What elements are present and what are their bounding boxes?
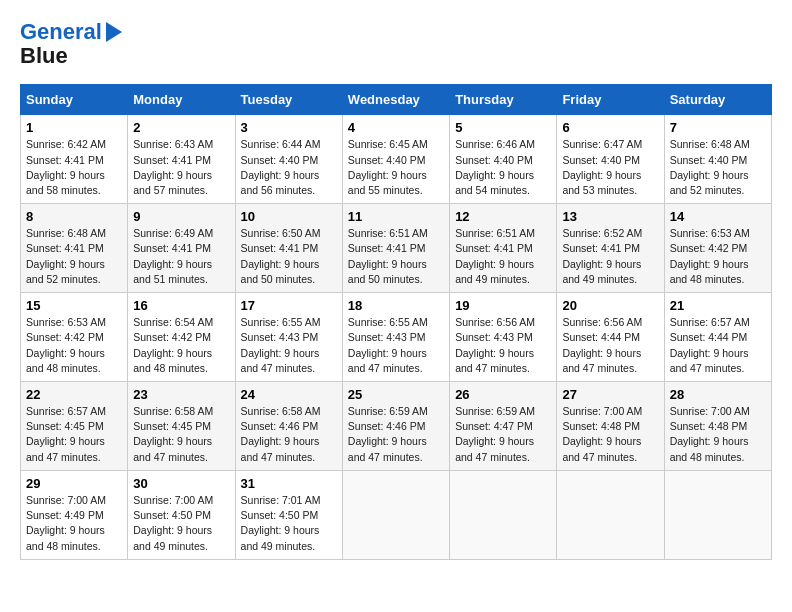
day-info: Sunrise: 6:57 AMSunset: 4:44 PMDaylight:…	[670, 316, 750, 374]
day-info: Sunrise: 6:56 AMSunset: 4:44 PMDaylight:…	[562, 316, 642, 374]
calendar-cell	[557, 470, 664, 559]
day-info: Sunrise: 6:53 AMSunset: 4:42 PMDaylight:…	[670, 227, 750, 285]
calendar-week-2: 8 Sunrise: 6:48 AMSunset: 4:41 PMDayligh…	[21, 204, 772, 293]
calendar-cell: 17 Sunrise: 6:55 AMSunset: 4:43 PMDaylig…	[235, 293, 342, 382]
calendar-cell: 31 Sunrise: 7:01 AMSunset: 4:50 PMDaylig…	[235, 470, 342, 559]
weekday-header-wednesday: Wednesday	[342, 85, 449, 115]
calendar-week-3: 15 Sunrise: 6:53 AMSunset: 4:42 PMDaylig…	[21, 293, 772, 382]
day-info: Sunrise: 6:54 AMSunset: 4:42 PMDaylight:…	[133, 316, 213, 374]
day-info: Sunrise: 6:49 AMSunset: 4:41 PMDaylight:…	[133, 227, 213, 285]
calendar-cell: 13 Sunrise: 6:52 AMSunset: 4:41 PMDaylig…	[557, 204, 664, 293]
day-info: Sunrise: 7:00 AMSunset: 4:50 PMDaylight:…	[133, 494, 213, 552]
day-number: 25	[348, 387, 444, 402]
day-number: 2	[133, 120, 229, 135]
day-number: 31	[241, 476, 337, 491]
calendar-cell: 7 Sunrise: 6:48 AMSunset: 4:40 PMDayligh…	[664, 115, 771, 204]
logo-subtext: Blue	[20, 44, 68, 68]
day-info: Sunrise: 6:57 AMSunset: 4:45 PMDaylight:…	[26, 405, 106, 463]
day-info: Sunrise: 6:43 AMSunset: 4:41 PMDaylight:…	[133, 138, 213, 196]
calendar-cell: 16 Sunrise: 6:54 AMSunset: 4:42 PMDaylig…	[128, 293, 235, 382]
day-info: Sunrise: 6:58 AMSunset: 4:46 PMDaylight:…	[241, 405, 321, 463]
calendar-cell: 21 Sunrise: 6:57 AMSunset: 4:44 PMDaylig…	[664, 293, 771, 382]
day-number: 17	[241, 298, 337, 313]
logo: General Blue	[20, 20, 122, 68]
day-info: Sunrise: 6:59 AMSunset: 4:47 PMDaylight:…	[455, 405, 535, 463]
calendar-week-4: 22 Sunrise: 6:57 AMSunset: 4:45 PMDaylig…	[21, 382, 772, 471]
day-info: Sunrise: 6:56 AMSunset: 4:43 PMDaylight:…	[455, 316, 535, 374]
day-number: 15	[26, 298, 122, 313]
day-number: 1	[26, 120, 122, 135]
day-info: Sunrise: 6:45 AMSunset: 4:40 PMDaylight:…	[348, 138, 428, 196]
calendar-week-5: 29 Sunrise: 7:00 AMSunset: 4:49 PMDaylig…	[21, 470, 772, 559]
calendar-cell: 25 Sunrise: 6:59 AMSunset: 4:46 PMDaylig…	[342, 382, 449, 471]
day-number: 30	[133, 476, 229, 491]
calendar-cell: 10 Sunrise: 6:50 AMSunset: 4:41 PMDaylig…	[235, 204, 342, 293]
calendar-cell: 20 Sunrise: 6:56 AMSunset: 4:44 PMDaylig…	[557, 293, 664, 382]
day-number: 27	[562, 387, 658, 402]
logo-text: General	[20, 20, 102, 44]
day-info: Sunrise: 7:00 AMSunset: 4:48 PMDaylight:…	[562, 405, 642, 463]
calendar-cell	[342, 470, 449, 559]
day-number: 13	[562, 209, 658, 224]
day-info: Sunrise: 6:48 AMSunset: 4:40 PMDaylight:…	[670, 138, 750, 196]
day-number: 26	[455, 387, 551, 402]
day-info: Sunrise: 6:58 AMSunset: 4:45 PMDaylight:…	[133, 405, 213, 463]
day-info: Sunrise: 6:51 AMSunset: 4:41 PMDaylight:…	[348, 227, 428, 285]
day-info: Sunrise: 6:46 AMSunset: 4:40 PMDaylight:…	[455, 138, 535, 196]
calendar-cell	[450, 470, 557, 559]
calendar-cell: 30 Sunrise: 7:00 AMSunset: 4:50 PMDaylig…	[128, 470, 235, 559]
weekday-header-saturday: Saturday	[664, 85, 771, 115]
day-info: Sunrise: 6:55 AMSunset: 4:43 PMDaylight:…	[348, 316, 428, 374]
calendar-cell: 6 Sunrise: 6:47 AMSunset: 4:40 PMDayligh…	[557, 115, 664, 204]
day-info: Sunrise: 6:55 AMSunset: 4:43 PMDaylight:…	[241, 316, 321, 374]
calendar-header-row: SundayMondayTuesdayWednesdayThursdayFrid…	[21, 85, 772, 115]
calendar-cell: 23 Sunrise: 6:58 AMSunset: 4:45 PMDaylig…	[128, 382, 235, 471]
calendar-cell: 5 Sunrise: 6:46 AMSunset: 4:40 PMDayligh…	[450, 115, 557, 204]
day-number: 8	[26, 209, 122, 224]
day-number: 20	[562, 298, 658, 313]
calendar-cell: 15 Sunrise: 6:53 AMSunset: 4:42 PMDaylig…	[21, 293, 128, 382]
day-number: 18	[348, 298, 444, 313]
day-number: 3	[241, 120, 337, 135]
calendar-cell: 11 Sunrise: 6:51 AMSunset: 4:41 PMDaylig…	[342, 204, 449, 293]
day-number: 22	[26, 387, 122, 402]
logo-arrow-icon	[106, 22, 122, 42]
calendar-cell: 28 Sunrise: 7:00 AMSunset: 4:48 PMDaylig…	[664, 382, 771, 471]
day-info: Sunrise: 6:48 AMSunset: 4:41 PMDaylight:…	[26, 227, 106, 285]
day-info: Sunrise: 6:42 AMSunset: 4:41 PMDaylight:…	[26, 138, 106, 196]
day-number: 5	[455, 120, 551, 135]
calendar-cell: 12 Sunrise: 6:51 AMSunset: 4:41 PMDaylig…	[450, 204, 557, 293]
day-info: Sunrise: 6:44 AMSunset: 4:40 PMDaylight:…	[241, 138, 321, 196]
day-number: 6	[562, 120, 658, 135]
day-info: Sunrise: 6:47 AMSunset: 4:40 PMDaylight:…	[562, 138, 642, 196]
calendar-cell: 3 Sunrise: 6:44 AMSunset: 4:40 PMDayligh…	[235, 115, 342, 204]
weekday-header-sunday: Sunday	[21, 85, 128, 115]
day-number: 11	[348, 209, 444, 224]
calendar-table: SundayMondayTuesdayWednesdayThursdayFrid…	[20, 84, 772, 559]
calendar-cell: 14 Sunrise: 6:53 AMSunset: 4:42 PMDaylig…	[664, 204, 771, 293]
calendar-cell	[664, 470, 771, 559]
weekday-header-friday: Friday	[557, 85, 664, 115]
calendar-cell: 22 Sunrise: 6:57 AMSunset: 4:45 PMDaylig…	[21, 382, 128, 471]
day-number: 24	[241, 387, 337, 402]
day-info: Sunrise: 7:00 AMSunset: 4:48 PMDaylight:…	[670, 405, 750, 463]
day-number: 28	[670, 387, 766, 402]
day-number: 14	[670, 209, 766, 224]
day-number: 21	[670, 298, 766, 313]
calendar-cell: 18 Sunrise: 6:55 AMSunset: 4:43 PMDaylig…	[342, 293, 449, 382]
day-info: Sunrise: 7:01 AMSunset: 4:50 PMDaylight:…	[241, 494, 321, 552]
weekday-header-thursday: Thursday	[450, 85, 557, 115]
day-number: 9	[133, 209, 229, 224]
day-info: Sunrise: 6:59 AMSunset: 4:46 PMDaylight:…	[348, 405, 428, 463]
calendar-cell: 9 Sunrise: 6:49 AMSunset: 4:41 PMDayligh…	[128, 204, 235, 293]
day-number: 23	[133, 387, 229, 402]
calendar-cell: 24 Sunrise: 6:58 AMSunset: 4:46 PMDaylig…	[235, 382, 342, 471]
day-number: 29	[26, 476, 122, 491]
day-number: 4	[348, 120, 444, 135]
calendar-cell: 8 Sunrise: 6:48 AMSunset: 4:41 PMDayligh…	[21, 204, 128, 293]
day-number: 16	[133, 298, 229, 313]
calendar-cell: 2 Sunrise: 6:43 AMSunset: 4:41 PMDayligh…	[128, 115, 235, 204]
calendar-week-1: 1 Sunrise: 6:42 AMSunset: 4:41 PMDayligh…	[21, 115, 772, 204]
day-number: 7	[670, 120, 766, 135]
calendar-cell: 19 Sunrise: 6:56 AMSunset: 4:43 PMDaylig…	[450, 293, 557, 382]
